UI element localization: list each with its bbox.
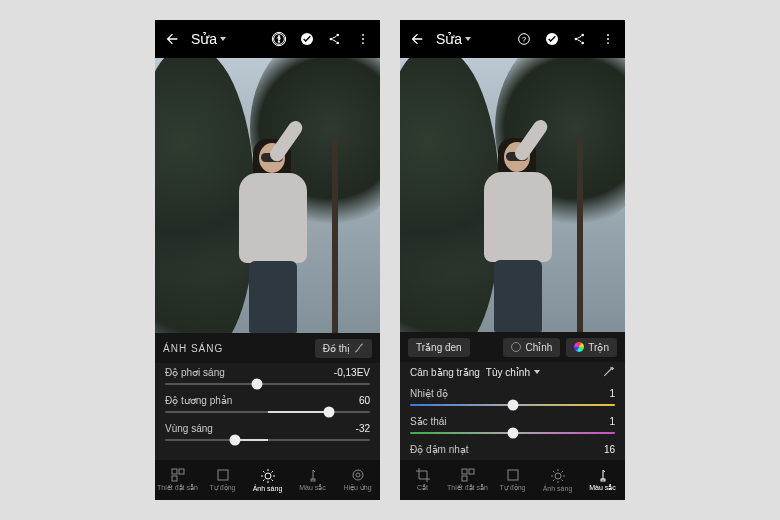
wb-label: Cân bằng trắng bbox=[410, 367, 480, 378]
chevron-down-icon bbox=[465, 37, 471, 41]
adjust-panel-light: ÁNH SÁNG Đồ thị Độ phơi sáng-0,13EV Độ t… bbox=[155, 333, 380, 500]
back-icon[interactable] bbox=[408, 30, 426, 48]
wb-mode-dropdown[interactable]: Tùy chỉnh bbox=[486, 367, 540, 378]
svg-text:?: ? bbox=[522, 35, 526, 44]
svg-rect-11 bbox=[218, 470, 228, 480]
eyedropper-icon[interactable] bbox=[603, 366, 615, 378]
svg-point-29 bbox=[555, 473, 561, 479]
svg-point-4 bbox=[336, 42, 339, 45]
svg-point-24 bbox=[607, 42, 609, 44]
slider-vibrance[interactable]: Độ đậm nhạt16 bbox=[410, 444, 615, 455]
screen-title[interactable]: Sửa bbox=[436, 31, 471, 47]
help-icon[interactable]: ? bbox=[515, 30, 533, 48]
top-bar: Sửa ? bbox=[400, 20, 625, 58]
help-icon[interactable]: ? bbox=[270, 30, 288, 48]
nav-light[interactable]: Ánh sáng bbox=[535, 469, 580, 492]
slider-contrast[interactable]: Độ tương phản60 bbox=[165, 395, 370, 413]
svg-point-2 bbox=[330, 38, 333, 41]
nav-color[interactable]: Màu sắc bbox=[580, 468, 625, 492]
nav-crop[interactable]: Cắt bbox=[400, 468, 445, 492]
slider-exposure[interactable]: Độ phơi sáng-0,13EV bbox=[165, 367, 370, 385]
bottom-nav: Thiết đặt sẵn Tự động Ánh sáng Màu sắc H… bbox=[155, 460, 380, 500]
nav-auto[interactable]: Tự động bbox=[490, 468, 535, 492]
nav-presets[interactable]: Thiết đặt sẵn bbox=[155, 468, 200, 492]
svg-rect-26 bbox=[469, 469, 474, 474]
photo-preview[interactable] bbox=[155, 58, 380, 333]
screen-title[interactable]: Sửa bbox=[191, 31, 226, 47]
svg-point-12 bbox=[265, 473, 271, 479]
back-icon[interactable] bbox=[163, 30, 181, 48]
phone-right: Sửa ? Trắng đen Chỉnh Trộn Cân bằng trắn… bbox=[400, 20, 625, 500]
svg-rect-8 bbox=[172, 469, 177, 474]
svg-rect-28 bbox=[508, 470, 518, 480]
svg-point-14 bbox=[353, 470, 363, 480]
bottom-nav: Cắt Thiết đặt sẵn Tự động Ánh sáng Màu s… bbox=[400, 460, 625, 500]
nav-color[interactable]: Màu sắc bbox=[290, 468, 335, 492]
svg-point-6 bbox=[362, 38, 364, 40]
svg-point-23 bbox=[607, 38, 609, 40]
confirm-icon[interactable] bbox=[543, 30, 561, 48]
nav-presets[interactable]: Thiết đặt sẵn bbox=[445, 468, 490, 492]
more-icon[interactable] bbox=[354, 30, 372, 48]
nav-auto[interactable]: Tự động bbox=[200, 468, 245, 492]
svg-point-15 bbox=[356, 473, 360, 477]
top-bar: Sửa ? bbox=[155, 20, 380, 58]
confirm-icon[interactable] bbox=[298, 30, 316, 48]
more-icon[interactable] bbox=[599, 30, 617, 48]
svg-point-20 bbox=[581, 34, 584, 37]
svg-point-19 bbox=[575, 38, 578, 41]
section-title: ÁNH SÁNG bbox=[163, 343, 223, 354]
svg-rect-27 bbox=[462, 476, 467, 481]
svg-point-22 bbox=[607, 34, 609, 36]
svg-point-21 bbox=[581, 42, 584, 45]
slider-temperature[interactable]: Nhiệt độ1 bbox=[410, 388, 615, 406]
share-icon[interactable] bbox=[571, 30, 589, 48]
chevron-down-icon bbox=[220, 37, 226, 41]
bw-button[interactable]: Trắng đen bbox=[408, 338, 470, 357]
adjust-panel-color: Trắng đen Chỉnh Trộn Cân bằng trắng Tùy … bbox=[400, 332, 625, 500]
share-icon[interactable] bbox=[326, 30, 344, 48]
mix-button[interactable]: Trộn bbox=[566, 338, 617, 357]
svg-rect-9 bbox=[179, 469, 184, 474]
graph-button[interactable]: Đồ thị bbox=[315, 339, 372, 358]
svg-point-7 bbox=[362, 42, 364, 44]
slider-highlights[interactable]: Vùng sáng-32 bbox=[165, 423, 370, 441]
photo-preview[interactable] bbox=[400, 58, 625, 332]
svg-point-5 bbox=[362, 34, 364, 36]
nav-light[interactable]: Ánh sáng bbox=[245, 469, 290, 492]
svg-rect-10 bbox=[172, 476, 177, 481]
white-balance-row: Cân bằng trắng Tùy chỉnh bbox=[410, 366, 615, 378]
slider-tint[interactable]: Sắc thái1 bbox=[410, 416, 615, 434]
phone-left: Sửa ? ÁNH SÁNG Đồ thị Độ bbox=[155, 20, 380, 500]
svg-rect-25 bbox=[462, 469, 467, 474]
svg-text:?: ? bbox=[276, 35, 281, 44]
adjust-button[interactable]: Chỉnh bbox=[503, 338, 560, 357]
nav-effects[interactable]: Hiệu ứng bbox=[335, 468, 380, 492]
svg-point-3 bbox=[336, 34, 339, 37]
